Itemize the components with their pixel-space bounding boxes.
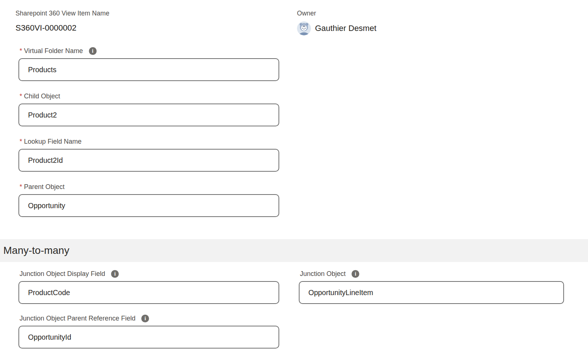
info-icon[interactable]: i xyxy=(352,270,359,278)
record-highlights: Sharepoint 360 View Item Name S360VI-000… xyxy=(0,0,588,35)
child-object-input[interactable] xyxy=(18,104,279,126)
field-label-row: * Lookup Field Name xyxy=(18,138,279,146)
field-label-row: Junction Object Display Field i xyxy=(18,270,279,278)
junction-object-display-field-label: Junction Object Display Field xyxy=(20,270,105,278)
required-asterisk: * xyxy=(20,138,22,146)
lookup-field-name-input[interactable] xyxy=(18,149,279,172)
junction-object-display-field-input[interactable] xyxy=(18,281,279,304)
field-label-row: * Parent Object xyxy=(18,183,279,191)
virtual-folder-name-input[interactable] xyxy=(18,58,279,81)
junction-object-input[interactable] xyxy=(299,281,564,304)
owner-avatar-icon[interactable] xyxy=(297,21,311,35)
parent-object-label: Parent Object xyxy=(24,183,65,191)
child-object-label: Child Object xyxy=(24,92,60,100)
field-label-row: * Virtual Folder Name i xyxy=(18,47,279,55)
field-parent-object: * Parent Object xyxy=(18,183,279,217)
required-asterisk: * xyxy=(20,92,22,100)
field-junction-object-parent-reference-field: Junction Object Parent Reference Field i xyxy=(18,315,279,349)
record-name-group: Sharepoint 360 View Item Name S360VI-000… xyxy=(15,10,297,35)
required-asterisk: * xyxy=(20,183,22,191)
record-name-label: Sharepoint 360 View Item Name xyxy=(15,10,297,17)
virtual-folder-name-label: Virtual Folder Name xyxy=(24,47,83,55)
record-name-value: S360VI-0000002 xyxy=(15,23,297,33)
owner-row: Gauthier Desmet xyxy=(297,21,573,35)
info-icon[interactable]: i xyxy=(89,47,97,55)
info-icon[interactable]: i xyxy=(111,270,119,278)
section-title: Many-to-many xyxy=(3,245,69,256)
parent-object-input[interactable] xyxy=(18,194,279,217)
many-to-many-fields: Junction Object Display Field i Junction… xyxy=(0,270,588,359)
field-label-row: Junction Object i xyxy=(299,270,564,278)
field-lookup-field-name: * Lookup Field Name xyxy=(18,138,279,172)
record-edit-page: Sharepoint 360 View Item Name S360VI-000… xyxy=(0,0,588,364)
field-label-row: * Child Object xyxy=(18,92,279,100)
field-child-object: * Child Object xyxy=(18,92,279,126)
field-virtual-folder-name: * Virtual Folder Name i xyxy=(18,47,279,81)
field-junction-object: Junction Object i xyxy=(299,270,564,304)
junction-object-parent-reference-field-label: Junction Object Parent Reference Field xyxy=(20,315,135,322)
junction-object-label: Junction Object xyxy=(300,270,346,278)
form-fields: * Virtual Folder Name i * Child Object *… xyxy=(0,47,588,217)
field-label-row: Junction Object Parent Reference Field i xyxy=(18,315,279,322)
owner-group: Owner Gauthier Desmet xyxy=(297,10,573,35)
info-icon[interactable]: i xyxy=(141,315,149,322)
lookup-field-name-label: Lookup Field Name xyxy=(24,138,82,146)
junction-object-parent-reference-field-input[interactable] xyxy=(18,326,279,349)
field-junction-object-display-field: Junction Object Display Field i xyxy=(18,270,279,304)
required-asterisk: * xyxy=(20,47,22,55)
section-header-many-to-many: Many-to-many xyxy=(0,239,588,262)
owner-label: Owner xyxy=(297,10,573,17)
owner-name[interactable]: Gauthier Desmet xyxy=(315,24,376,33)
